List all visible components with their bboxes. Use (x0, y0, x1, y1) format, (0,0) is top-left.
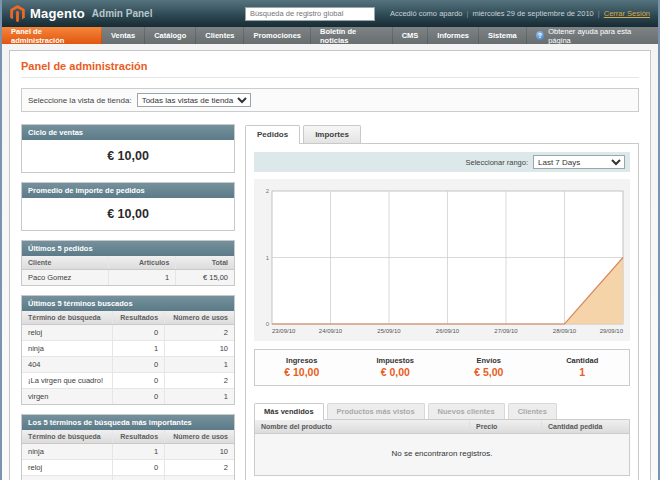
stat-ingresos: Ingresos € 10,00 (255, 356, 349, 378)
svg-text:2: 2 (266, 188, 270, 194)
last-orders-box: Últimos 5 pedidos Cliente Artículos Tota… (21, 240, 235, 286)
orders-area-chart: 01223/09/1024/09/1025/09/1026/09/1027/09… (256, 182, 628, 340)
stat-cantidad: Cantidad 1 (536, 356, 630, 378)
range-label: Seleccionar rango: (465, 158, 528, 167)
magento-logo-icon (10, 5, 25, 22)
svg-text:29/09/10: 29/09/10 (600, 328, 624, 334)
range-bar: Seleccionar rango: Last 7 Days (254, 152, 630, 172)
table-row[interactable]: Paco Gomez 1 € 15,00 (22, 270, 234, 286)
average-orders-title: Promedio de importe de pedidos (22, 183, 234, 198)
nav-item-promotions[interactable]: Promociones (244, 27, 311, 44)
nav-item-newsletter[interactable]: Boletín de noticias (311, 27, 393, 44)
lifetime-sales-box: Ciclo de ventas € 10,00 (21, 124, 235, 173)
nav-item-sales[interactable]: Ventas (102, 27, 145, 44)
dashboard-main: Pedidos Importes Seleccionar rango: Last… (245, 124, 639, 480)
brand-name: Magento (30, 6, 85, 21)
store-view-select[interactable]: Todas las vistas de tienda (137, 93, 251, 107)
svg-text:28/09/10: 28/09/10 (553, 328, 577, 334)
table-row[interactable]: reloj02 (22, 460, 234, 476)
last-search-terms-table: Término de búsqueda Resultados Número de… (22, 311, 234, 404)
page-title: Panel de administración (21, 60, 639, 78)
content-area: Panel de administración Seleccione la vi… (2, 44, 658, 480)
orders-panel: Seleccionar rango: Last 7 Days 01223/09/… (245, 143, 639, 480)
diagram-tabs: Pedidos Importes (245, 124, 639, 143)
average-orders-value: € 10,00 (22, 198, 234, 230)
last-orders-table: Cliente Artículos Total Paco Gomez 1 € 1… (22, 256, 234, 285)
table-row[interactable]: ¡La virgen que cuadro!02 (22, 476, 234, 480)
nav-item-dashboard[interactable]: Panel de administración (2, 27, 102, 44)
nav-item-cms[interactable]: CMS (393, 27, 429, 44)
tab-nuevos-clientes[interactable]: Nuevos clientes (428, 403, 505, 419)
last-search-terms-box: Últimos 5 términos buscados Término de b… (21, 295, 235, 405)
nav-item-catalog[interactable]: Catálogo (145, 27, 196, 44)
main-nav: Panel de administración Ventas Catálogo … (2, 27, 658, 44)
table-row[interactable]: 40401 (22, 357, 234, 373)
grids-tabs: Más vendidos Productos más vistos Nuevos… (254, 402, 630, 419)
top-search-terms-table: Término de búsqueda Resultados Número de… (22, 430, 234, 480)
table-row[interactable]: reloj02 (22, 325, 234, 341)
table-row[interactable]: virgen01 (22, 389, 234, 405)
table-row[interactable]: ninja110 (22, 444, 234, 460)
brand-subtitle: Admin Panel (92, 8, 153, 19)
tab-mas-vendidos[interactable]: Más vendidos (254, 403, 324, 420)
svg-text:0: 0 (266, 321, 270, 327)
global-search-input[interactable] (245, 7, 375, 21)
table-row[interactable]: ¡La virgen que cuadro!02 (22, 373, 234, 389)
tab-pedidos[interactable]: Pedidos (245, 125, 300, 144)
dashboard-sidebar: Ciclo de ventas € 10,00 Promedio de impo… (21, 124, 235, 480)
logged-in-as: Accedió como apardo (390, 9, 463, 18)
orders-chart-wrap: 01223/09/1024/09/1025/09/1026/09/1027/09… (254, 179, 630, 341)
stat-impuestos: Impuestos € 0,00 (349, 356, 443, 378)
svg-text:26/09/10: 26/09/10 (436, 328, 460, 334)
help-link[interactable]: ? Obtener ayuda para esta página (527, 27, 658, 44)
bestsellers-table: Nombre del producto Precio Cantidad pedi… (254, 419, 630, 476)
range-select[interactable]: Last 7 Days (533, 155, 625, 169)
session-info: Accedió como apardo | miércoles 29 de se… (390, 9, 650, 18)
lifetime-sales-value: € 10,00 (22, 140, 234, 172)
store-view-bar: Seleccione la vista de tienda: Todas las… (21, 88, 639, 112)
admin-header: Magento Admin Panel Accedió como apardo … (2, 0, 658, 27)
svg-text:23/09/10: 23/09/10 (272, 328, 296, 334)
nav-item-system[interactable]: Sistema (479, 27, 527, 44)
svg-text:24/09/10: 24/09/10 (319, 328, 343, 334)
tab-importes[interactable]: Importes (303, 125, 361, 143)
empty-records-message: No se encontraron registros. (255, 434, 629, 475)
nav-item-customers[interactable]: Clientes (196, 27, 244, 44)
current-date: miércoles 29 de septiembre de 2010 (472, 9, 593, 18)
browser-viewport: Magento Admin Panel Accedió como apardo … (0, 0, 660, 480)
tab-productos-mas-vistos[interactable]: Productos más vistos (327, 403, 425, 419)
svg-text:25/09/10: 25/09/10 (377, 328, 401, 334)
tab-clientes[interactable]: Clientes (508, 403, 557, 419)
average-orders-box: Promedio de importe de pedidos € 10,00 (21, 182, 235, 231)
svg-text:27/09/10: 27/09/10 (494, 328, 518, 334)
logout-link[interactable]: Cerrar Sesión (604, 9, 650, 18)
totals-bar: Ingresos € 10,00 Impuestos € 0,00 Envíos… (254, 349, 630, 386)
stat-envios: Envíos € 5,00 (442, 356, 536, 378)
nav-item-reports[interactable]: Informes (428, 27, 479, 44)
table-row[interactable]: ninja110 (22, 341, 234, 357)
bestsellers-header: Nombre del producto Precio Cantidad pedi… (255, 420, 629, 434)
svg-text:1: 1 (266, 255, 270, 261)
store-view-label: Seleccione la vista de tienda: (28, 96, 132, 105)
top-search-terms-box: Los 5 términos de búsqueda más important… (21, 414, 235, 480)
help-icon: ? (536, 31, 544, 40)
lifetime-sales-title: Ciclo de ventas (22, 125, 234, 140)
